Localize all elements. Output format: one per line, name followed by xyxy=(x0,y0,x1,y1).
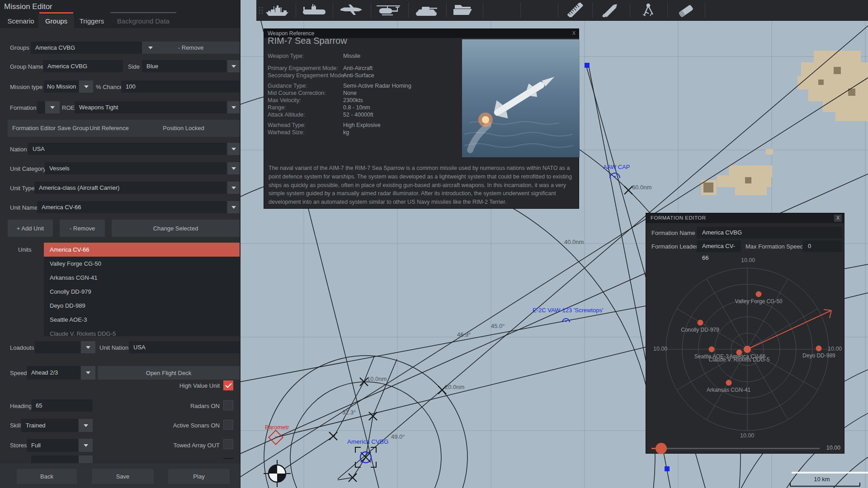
submarine-icon[interactable] xyxy=(302,2,327,18)
spec-label: Attack Altitude: xyxy=(268,111,305,118)
speed-dropdown-button[interactable] xyxy=(81,366,95,380)
waypoint-square-bottom[interactable] xyxy=(665,466,670,471)
side-dropdown-button[interactable] xyxy=(227,60,240,72)
tank-icon[interactable] xyxy=(414,2,439,18)
formation-heading-arrow xyxy=(747,310,831,349)
tab-triggers[interactable]: Triggers xyxy=(78,14,106,28)
range-label-20nm: 20.0nm xyxy=(445,384,464,390)
loadouts-dropdown-button[interactable] xyxy=(81,341,95,353)
bearing-label-323: 32.3° xyxy=(342,409,356,416)
skill-select[interactable]: Trained xyxy=(21,419,78,432)
roe-select[interactable]: Weapons Tight xyxy=(75,101,226,113)
ruler-icon[interactable] xyxy=(562,2,588,18)
app-root: 10.0nm 20.0nm 40.0nm 60.0nm 45.0° 46.9° … xyxy=(0,0,868,488)
compass-icon[interactable] xyxy=(636,2,661,18)
clipped-dropdown-button[interactable] xyxy=(79,455,93,463)
save-group-button[interactable]: Save Group xyxy=(57,120,89,137)
chance-field[interactable]: 100 xyxy=(121,80,240,93)
active-sonars-label: Active Sonars ON xyxy=(107,422,220,429)
formation-polar-chart[interactable] xyxy=(646,213,845,454)
skill-dropdown-button[interactable] xyxy=(79,419,93,432)
contact-label-e2c[interactable]: E-2C VAW-123 'Screwtops' xyxy=(533,307,603,314)
group-name-field[interactable]: America CVBG xyxy=(43,60,123,72)
bearing-label-469: 46.9° xyxy=(457,331,471,338)
helicopter-icon[interactable] xyxy=(376,2,401,18)
spec-label: Guidance Type: xyxy=(268,82,307,89)
groups-select[interactable]: America CVBG xyxy=(31,42,142,54)
stores-dropdown-button[interactable] xyxy=(79,439,93,452)
position-locked-label[interactable]: Position Locked xyxy=(163,120,204,137)
pencil-icon[interactable] xyxy=(598,2,623,18)
mission-type-select[interactable]: No Mission xyxy=(44,80,79,93)
unit-category-select[interactable]: Vessels xyxy=(45,162,226,174)
unit-category-dropdown-button[interactable] xyxy=(227,162,240,174)
remove-unit-button[interactable]: - Remove xyxy=(60,220,105,237)
chevron-down-icon[interactable] xyxy=(148,47,153,49)
formation-dropd own-button[interactable] xyxy=(45,101,60,113)
zoom-slider-value: 10.00 xyxy=(826,445,840,451)
loadouts-select[interactable] xyxy=(35,341,80,353)
waypoint-x-marks[interactable] xyxy=(329,186,632,482)
formation-editor-button[interactable]: Formation Editor xyxy=(12,120,56,137)
spec-label: Weapon Type: xyxy=(268,52,304,60)
drag-handle-icon[interactable] xyxy=(258,6,264,14)
spec-value: 52 - 40000ft xyxy=(343,111,373,118)
eraser-icon[interactable] xyxy=(673,2,698,18)
aaw-cap-symbol[interactable] xyxy=(610,173,620,178)
list-item-unit[interactable]: Arkansas CGN-41 xyxy=(44,271,240,285)
contact-label-aaw-cap[interactable]: AAW CAP xyxy=(603,164,630,170)
tab-scenario[interactable]: Scenario xyxy=(5,14,37,28)
waypoint-square-top[interactable] xyxy=(585,63,590,68)
unit-type-dropdown-button[interactable] xyxy=(227,182,240,194)
zoom-slider-track[interactable] xyxy=(651,448,820,449)
towed-array-checkbox[interactable] xyxy=(223,439,233,449)
speed-select[interactable]: Ahead 2/3 xyxy=(27,366,80,380)
unit-name-dropdown-button[interactable] xyxy=(227,201,240,213)
nation-select[interactable]: USA xyxy=(28,143,226,155)
footer-bar: Back Save Play xyxy=(0,464,240,488)
clipped-checkbox xyxy=(223,458,233,459)
close-icon[interactable]: X xyxy=(572,30,576,36)
contact-label-barometr[interactable]: Barometr xyxy=(265,424,289,431)
roe-dropdown-button[interactable] xyxy=(227,101,240,113)
save-button[interactable]: Save xyxy=(92,469,154,484)
tab-background-data[interactable]: Background Data xyxy=(112,14,175,28)
heading-field[interactable]: 65 xyxy=(31,399,93,412)
add-unit-button[interactable]: + Add Unit xyxy=(8,220,53,237)
side-select[interactable]: Blue xyxy=(142,60,226,72)
change-selected-button[interactable]: Change Selected xyxy=(112,220,240,237)
high-value-unit-checkbox[interactable] xyxy=(223,380,233,390)
scale-label: 10 km xyxy=(804,476,840,483)
radars-on-checkbox[interactable] xyxy=(223,400,233,410)
barometr-symbol[interactable] xyxy=(269,430,283,444)
list-item-unit[interactable]: America CV-66 xyxy=(44,243,240,257)
aircraft-icon[interactable] xyxy=(339,2,364,18)
list-item-unit[interactable]: Conolly DD-979 xyxy=(44,285,240,299)
groups-remove-button[interactable]: - Remove xyxy=(142,42,240,54)
back-button[interactable]: Back xyxy=(17,469,77,484)
tab-groups[interactable]: Groups xyxy=(38,14,74,28)
island-archipelago xyxy=(701,51,868,195)
unit-reference-button[interactable]: Unit Reference xyxy=(90,120,129,137)
nation-dropdown-button[interactable] xyxy=(227,143,240,155)
active-sonars-checkbox[interactable] xyxy=(223,420,233,430)
weapon-description: The naval variant of the AIM-7 the RIM-7… xyxy=(269,164,572,206)
mission-type-dropdown-button[interactable] xyxy=(79,80,93,93)
unit-nation-select[interactable]: USA xyxy=(129,341,240,353)
groups-label: Groups xyxy=(10,44,29,51)
list-item-unit[interactable]: Valley Forge CG-50 xyxy=(44,257,240,271)
list-item-unit[interactable]: Deyo DD-989 xyxy=(44,299,240,313)
unit-name-select[interactable]: America CV-66 xyxy=(37,201,226,213)
zoom-slider-handle[interactable] xyxy=(656,443,667,454)
unit-type-select[interactable]: America-class (Aircraft Carrier) xyxy=(34,182,226,194)
warship-icon[interactable] xyxy=(264,2,290,18)
play-button[interactable]: Play xyxy=(168,469,230,484)
list-item-unit[interactable]: Claude V. Rickets DDG-5 xyxy=(44,327,240,336)
formation-select[interactable] xyxy=(37,101,45,113)
contact-label-cvbg[interactable]: America CVBG xyxy=(347,438,389,445)
folder-icon[interactable] xyxy=(451,2,476,18)
groups-remove-label: - Remove xyxy=(178,44,203,51)
open-flight-deck-button[interactable]: Open Flight Deck xyxy=(98,366,240,380)
stores-select[interactable]: Full xyxy=(27,439,78,452)
list-item-unit[interactable]: Seattle AOE-3 xyxy=(44,313,240,327)
